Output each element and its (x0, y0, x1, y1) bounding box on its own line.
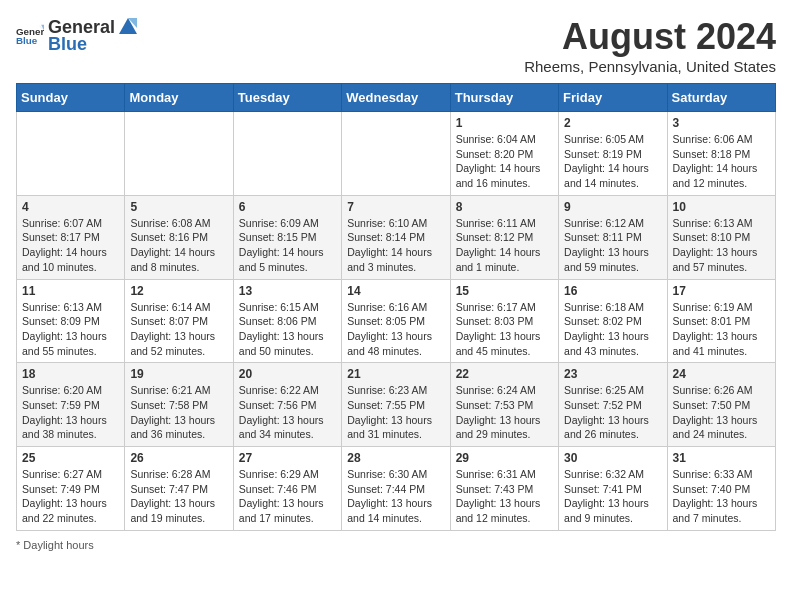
day-info: Sunrise: 6:25 AM Sunset: 7:52 PM Dayligh… (564, 383, 661, 442)
day-number: 13 (239, 284, 336, 298)
calendar-cell: 28Sunrise: 6:30 AM Sunset: 7:44 PM Dayli… (342, 447, 450, 531)
day-of-week-header: Saturday (667, 84, 775, 112)
day-info: Sunrise: 6:28 AM Sunset: 7:47 PM Dayligh… (130, 467, 227, 526)
day-number: 24 (673, 367, 770, 381)
day-info: Sunrise: 6:14 AM Sunset: 8:07 PM Dayligh… (130, 300, 227, 359)
day-number: 17 (673, 284, 770, 298)
day-info: Sunrise: 6:13 AM Sunset: 8:09 PM Dayligh… (22, 300, 119, 359)
day-info: Sunrise: 6:10 AM Sunset: 8:14 PM Dayligh… (347, 216, 444, 275)
month-year-title: August 2024 (524, 16, 776, 58)
day-of-week-header: Friday (559, 84, 667, 112)
logo-icon: General Blue (16, 22, 44, 50)
day-number: 14 (347, 284, 444, 298)
day-number: 15 (456, 284, 553, 298)
day-number: 1 (456, 116, 553, 130)
day-info: Sunrise: 6:09 AM Sunset: 8:15 PM Dayligh… (239, 216, 336, 275)
calendar-cell: 29Sunrise: 6:31 AM Sunset: 7:43 PM Dayli… (450, 447, 558, 531)
day-number: 27 (239, 451, 336, 465)
calendar-cell: 27Sunrise: 6:29 AM Sunset: 7:46 PM Dayli… (233, 447, 341, 531)
calendar-cell: 13Sunrise: 6:15 AM Sunset: 8:06 PM Dayli… (233, 279, 341, 363)
day-number: 8 (456, 200, 553, 214)
svg-text:Blue: Blue (16, 35, 38, 46)
calendar-cell: 9Sunrise: 6:12 AM Sunset: 8:11 PM Daylig… (559, 195, 667, 279)
day-number: 12 (130, 284, 227, 298)
day-number: 7 (347, 200, 444, 214)
calendar-cell: 10Sunrise: 6:13 AM Sunset: 8:10 PM Dayli… (667, 195, 775, 279)
day-info: Sunrise: 6:19 AM Sunset: 8:01 PM Dayligh… (673, 300, 770, 359)
calendar-week-row: 4Sunrise: 6:07 AM Sunset: 8:17 PM Daylig… (17, 195, 776, 279)
day-number: 25 (22, 451, 119, 465)
day-info: Sunrise: 6:05 AM Sunset: 8:19 PM Dayligh… (564, 132, 661, 191)
calendar-cell: 1Sunrise: 6:04 AM Sunset: 8:20 PM Daylig… (450, 112, 558, 196)
day-of-week-header: Monday (125, 84, 233, 112)
day-of-week-header: Tuesday (233, 84, 341, 112)
day-info: Sunrise: 6:32 AM Sunset: 7:41 PM Dayligh… (564, 467, 661, 526)
day-info: Sunrise: 6:29 AM Sunset: 7:46 PM Dayligh… (239, 467, 336, 526)
calendar-cell: 26Sunrise: 6:28 AM Sunset: 7:47 PM Dayli… (125, 447, 233, 531)
day-info: Sunrise: 6:13 AM Sunset: 8:10 PM Dayligh… (673, 216, 770, 275)
calendar-cell (17, 112, 125, 196)
day-info: Sunrise: 6:26 AM Sunset: 7:50 PM Dayligh… (673, 383, 770, 442)
calendar-week-row: 11Sunrise: 6:13 AM Sunset: 8:09 PM Dayli… (17, 279, 776, 363)
day-number: 9 (564, 200, 661, 214)
day-number: 3 (673, 116, 770, 130)
day-info: Sunrise: 6:33 AM Sunset: 7:40 PM Dayligh… (673, 467, 770, 526)
day-number: 29 (456, 451, 553, 465)
calendar-cell: 19Sunrise: 6:21 AM Sunset: 7:58 PM Dayli… (125, 363, 233, 447)
day-number: 22 (456, 367, 553, 381)
calendar-cell (125, 112, 233, 196)
calendar-cell: 14Sunrise: 6:16 AM Sunset: 8:05 PM Dayli… (342, 279, 450, 363)
calendar-cell: 20Sunrise: 6:22 AM Sunset: 7:56 PM Dayli… (233, 363, 341, 447)
title-area: August 2024 Rheems, Pennsylvania, United… (524, 16, 776, 75)
calendar-week-row: 1Sunrise: 6:04 AM Sunset: 8:20 PM Daylig… (17, 112, 776, 196)
day-info: Sunrise: 6:07 AM Sunset: 8:17 PM Dayligh… (22, 216, 119, 275)
footer-note: * Daylight hours (16, 539, 776, 551)
day-number: 11 (22, 284, 119, 298)
calendar-cell: 3Sunrise: 6:06 AM Sunset: 8:18 PM Daylig… (667, 112, 775, 196)
day-number: 18 (22, 367, 119, 381)
day-number: 31 (673, 451, 770, 465)
day-info: Sunrise: 6:22 AM Sunset: 7:56 PM Dayligh… (239, 383, 336, 442)
day-info: Sunrise: 6:08 AM Sunset: 8:16 PM Dayligh… (130, 216, 227, 275)
day-info: Sunrise: 6:21 AM Sunset: 7:58 PM Dayligh… (130, 383, 227, 442)
day-of-week-header: Thursday (450, 84, 558, 112)
calendar-cell: 11Sunrise: 6:13 AM Sunset: 8:09 PM Dayli… (17, 279, 125, 363)
calendar-cell (342, 112, 450, 196)
calendar-cell: 31Sunrise: 6:33 AM Sunset: 7:40 PM Dayli… (667, 447, 775, 531)
day-number: 16 (564, 284, 661, 298)
day-number: 21 (347, 367, 444, 381)
calendar-cell: 24Sunrise: 6:26 AM Sunset: 7:50 PM Dayli… (667, 363, 775, 447)
day-number: 28 (347, 451, 444, 465)
calendar-cell: 4Sunrise: 6:07 AM Sunset: 8:17 PM Daylig… (17, 195, 125, 279)
logo-triangle-icon (117, 16, 139, 38)
location-label: Rheems, Pennsylvania, United States (524, 58, 776, 75)
page-header: General Blue General Blue August 2024 Rh… (16, 16, 776, 75)
day-info: Sunrise: 6:15 AM Sunset: 8:06 PM Dayligh… (239, 300, 336, 359)
calendar-cell: 17Sunrise: 6:19 AM Sunset: 8:01 PM Dayli… (667, 279, 775, 363)
day-number: 20 (239, 367, 336, 381)
day-number: 26 (130, 451, 227, 465)
day-info: Sunrise: 6:06 AM Sunset: 8:18 PM Dayligh… (673, 132, 770, 191)
calendar-cell: 23Sunrise: 6:25 AM Sunset: 7:52 PM Dayli… (559, 363, 667, 447)
day-number: 30 (564, 451, 661, 465)
calendar-cell: 6Sunrise: 6:09 AM Sunset: 8:15 PM Daylig… (233, 195, 341, 279)
calendar-cell: 8Sunrise: 6:11 AM Sunset: 8:12 PM Daylig… (450, 195, 558, 279)
day-number: 5 (130, 200, 227, 214)
day-info: Sunrise: 6:24 AM Sunset: 7:53 PM Dayligh… (456, 383, 553, 442)
calendar-cell: 12Sunrise: 6:14 AM Sunset: 8:07 PM Dayli… (125, 279, 233, 363)
calendar-cell (233, 112, 341, 196)
day-info: Sunrise: 6:17 AM Sunset: 8:03 PM Dayligh… (456, 300, 553, 359)
day-number: 2 (564, 116, 661, 130)
day-info: Sunrise: 6:27 AM Sunset: 7:49 PM Dayligh… (22, 467, 119, 526)
day-of-week-header: Wednesday (342, 84, 450, 112)
calendar-cell: 18Sunrise: 6:20 AM Sunset: 7:59 PM Dayli… (17, 363, 125, 447)
day-info: Sunrise: 6:30 AM Sunset: 7:44 PM Dayligh… (347, 467, 444, 526)
calendar-cell: 30Sunrise: 6:32 AM Sunset: 7:41 PM Dayli… (559, 447, 667, 531)
day-info: Sunrise: 6:23 AM Sunset: 7:55 PM Dayligh… (347, 383, 444, 442)
calendar-cell: 7Sunrise: 6:10 AM Sunset: 8:14 PM Daylig… (342, 195, 450, 279)
day-info: Sunrise: 6:12 AM Sunset: 8:11 PM Dayligh… (564, 216, 661, 275)
daylight-hours-label: Daylight hours (23, 539, 93, 551)
calendar-header-row: SundayMondayTuesdayWednesdayThursdayFrid… (17, 84, 776, 112)
day-number: 10 (673, 200, 770, 214)
calendar-week-row: 25Sunrise: 6:27 AM Sunset: 7:49 PM Dayli… (17, 447, 776, 531)
